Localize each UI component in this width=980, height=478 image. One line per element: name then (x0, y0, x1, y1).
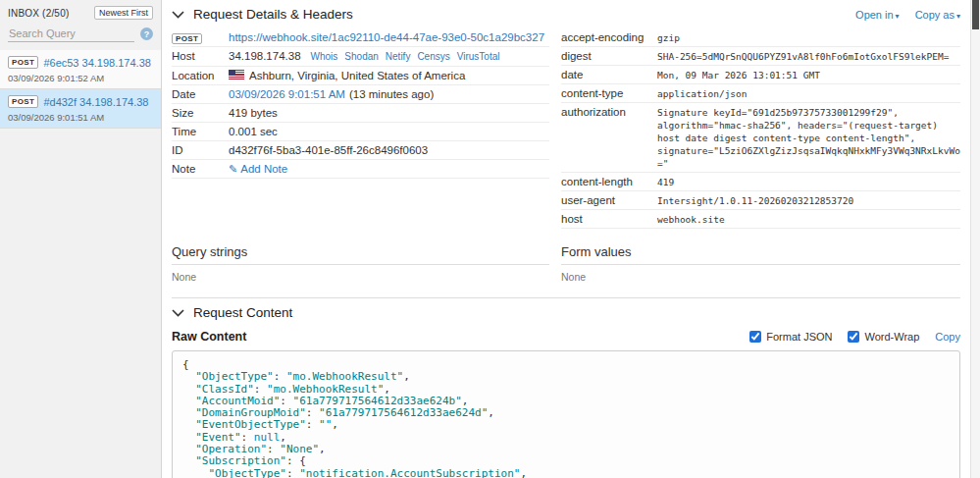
host-link[interactable]: VirusTotal (457, 51, 500, 62)
location-label: Location (172, 69, 229, 82)
header-value: SHA-256=5dMQrSnQQU6PYZ91vA8lf0hFo6mIotGx… (657, 50, 960, 63)
chevron-down-icon[interactable] (172, 11, 184, 19)
header-key: host (561, 212, 657, 226)
request-list: POST #6ec53 34.198.174.38 03/09/2026 9:0… (0, 50, 161, 129)
date-label: Date (172, 87, 229, 101)
host-link[interactable]: Whois (311, 51, 338, 62)
host-links: WhoisShodanNetifyCensysVirusTotal (311, 50, 507, 62)
details-section-title: Request Details & Headers (193, 7, 353, 22)
help-icon[interactable]: ? (140, 27, 153, 40)
form-values-section: Form values None (561, 244, 960, 283)
request-item-time: 03/09/2026 9:01:52 AM (8, 73, 153, 83)
pencil-icon: ✎ (229, 163, 237, 175)
word-wrap-checkbox[interactable] (848, 331, 859, 343)
query-strings-empty: None (172, 271, 549, 283)
header-row: content-length 419 (561, 173, 960, 191)
date-link[interactable]: 03/09/2026 9:01:51 AM (229, 88, 345, 100)
header-value: application/json (657, 87, 960, 100)
time-label: Time (172, 125, 229, 138)
sidebar: INBOX (2/50) Newest First ? POST #6ec53 … (0, 0, 162, 478)
raw-json-code: { "ObjectType": "mo.WebhookResult", "Cla… (172, 350, 960, 478)
header-value: Intersight/1.0.11-20260203212853720 (657, 194, 960, 207)
query-strings-section: Query strings None (172, 244, 549, 283)
format-json-toggle[interactable]: Format JSON (749, 331, 832, 343)
details-section-header: Request Details & Headers Open in▾ Copy … (172, 0, 960, 28)
form-values-empty: None (561, 271, 960, 283)
raw-content-controls: Raw Content Format JSON Word-Wrap Copy (172, 330, 960, 344)
header-value: Mon, 09 Mar 2026 13:01:51 GMT (657, 69, 960, 81)
scrollbar[interactable] (970, 0, 980, 478)
open-in-button[interactable]: Open in▾ (855, 9, 900, 21)
request-item-link[interactable]: #d432f 34.198.174.38 (43, 96, 148, 108)
content-section-header: Request Content (172, 298, 960, 327)
note-label: Note (172, 162, 229, 176)
host-link[interactable]: Censys (417, 51, 449, 62)
chevron-down-icon[interactable] (172, 309, 184, 317)
size-label: Size (172, 106, 229, 120)
header-key: content-length (561, 175, 657, 188)
add-note-button[interactable]: ✎Add Note (229, 163, 287, 175)
content-section-title: Request Content (193, 305, 292, 320)
header-row: digest SHA-256=5dMQrSnQQU6PYZ91vA8lf0hFo… (561, 47, 960, 66)
scrollbar-thumb[interactable] (972, 0, 979, 29)
main-panel: Request Details & Headers Open in▾ Copy … (162, 0, 970, 478)
size-value: 419 bytes (229, 106, 549, 120)
header-row: authorization Signature keyId="691d25b97… (561, 103, 960, 173)
id-value: d432f76f-5ba3-401e-85ff-26c8496f0603 (229, 143, 549, 157)
header-key: digest (561, 49, 657, 63)
host-label: Host (172, 49, 229, 63)
request-item-link[interactable]: #6ec53 34.198.174.38 (43, 57, 151, 69)
host-link[interactable]: Netify (386, 51, 411, 62)
header-value: webhook.site (657, 213, 960, 226)
request-method-badge: POST (8, 56, 38, 69)
header-key: content-type (561, 86, 657, 100)
raw-content-label: Raw Content (172, 330, 246, 344)
us-flag-icon (229, 70, 244, 80)
request-item-time: 03/09/2026 9:01:51 AM (8, 112, 153, 123)
location-value: Ashburn, Virginia, United States of Amer… (249, 70, 465, 81)
copy-button[interactable]: Copy (935, 331, 960, 343)
header-value: Signature keyId="691d25b97375733001299f2… (657, 106, 960, 170)
id-label: ID (172, 143, 229, 157)
header-row: host webhook.site (561, 210, 960, 229)
search-input[interactable] (8, 26, 134, 42)
caret-down-icon: ▾ (896, 12, 900, 21)
request-details-table: POST https://webhook.site/1ac92110-de44-… (172, 28, 549, 229)
header-value: gzip (657, 31, 960, 44)
format-json-checkbox[interactable] (749, 331, 761, 343)
inbox-label: INBOX (2/50) (8, 8, 69, 19)
sort-order-button[interactable]: Newest First (94, 6, 153, 20)
date-relative: (13 minutes ago) (349, 88, 434, 100)
copy-as-button[interactable]: Copy as▾ (915, 9, 960, 21)
host-link[interactable]: Shodan (344, 51, 378, 62)
header-key: accept-encoding (561, 30, 657, 44)
request-list-item[interactable]: POST #d432f 34.198.174.38 03/09/2026 9:0… (0, 89, 161, 129)
request-method-badge: POST (172, 33, 202, 44)
request-list-item[interactable]: POST #6ec53 34.198.174.38 03/09/2026 9:0… (0, 50, 161, 89)
caret-down-icon: ▾ (956, 12, 960, 21)
header-key: user-agent (561, 193, 657, 207)
form-values-title: Form values (561, 244, 960, 265)
header-key: date (561, 68, 657, 81)
host-value: 34.198.174.38 (229, 50, 301, 62)
header-row: date Mon, 09 Mar 2026 13:01:51 GMT (561, 66, 960, 84)
format-json-label: Format JSON (766, 331, 832, 343)
word-wrap-label: Word-Wrap (864, 331, 919, 343)
query-strings-title: Query strings (172, 244, 549, 265)
header-row: accept-encoding gzip (561, 28, 960, 47)
header-key: authorization (561, 105, 657, 119)
request-headers-table: accept-encoding gzip digest SHA-256=5dMQ… (561, 28, 960, 229)
header-value: 419 (657, 176, 960, 188)
time-value: 0.001 sec (229, 125, 549, 138)
sidebar-header: INBOX (2/50) Newest First ? (0, 0, 161, 50)
word-wrap-toggle[interactable]: Word-Wrap (848, 331, 919, 343)
header-row: content-type application/json (561, 84, 960, 103)
request-url-link[interactable]: https://webhook.site/1ac92110-de44-47ae-… (229, 31, 544, 43)
request-method-badge: POST (8, 95, 38, 108)
header-row: user-agent Intersight/1.0.11-20260203212… (561, 191, 960, 210)
